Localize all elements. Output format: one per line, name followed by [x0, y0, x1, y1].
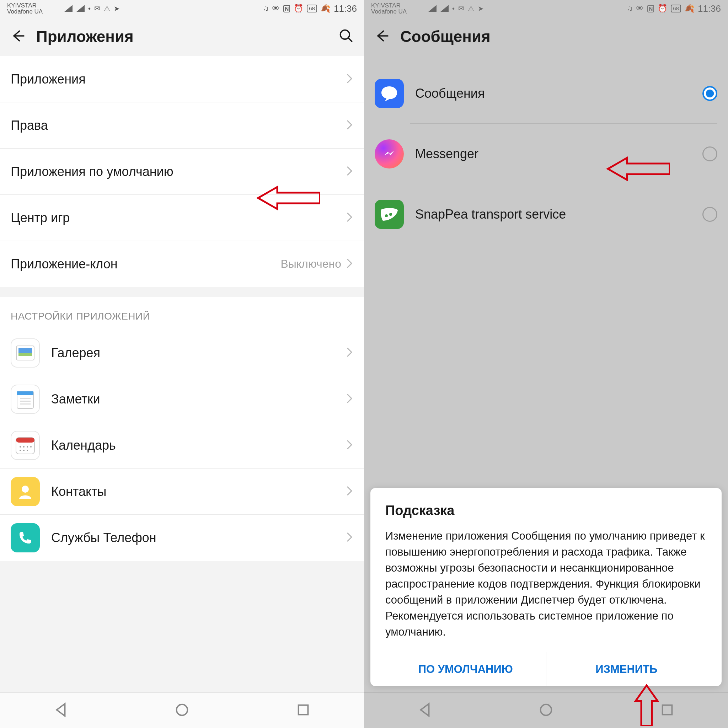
- alarm-icon: ⏰: [658, 4, 667, 13]
- nfc-icon: N: [283, 5, 290, 12]
- signal-icon: [64, 5, 72, 12]
- nav-bar: [0, 693, 364, 728]
- page-title: Приложения: [36, 28, 328, 46]
- header: Сообщения: [364, 17, 728, 56]
- page-title: Сообщения: [400, 28, 718, 46]
- row-phone-services[interactable]: Службы Телефон: [0, 515, 364, 561]
- nav-recent-icon[interactable]: [659, 702, 675, 719]
- row-apps[interactable]: Приложения: [0, 56, 364, 102]
- svg-point-13: [27, 446, 28, 448]
- headphones-icon: ♫: [263, 4, 269, 13]
- chevron-right-icon: [346, 347, 353, 359]
- calendar-icon: [11, 431, 40, 460]
- dots-icon: •: [88, 5, 91, 13]
- chevron-right-icon: [346, 258, 353, 270]
- svg-rect-24: [662, 705, 672, 714]
- status-bar: KYIVSTAR Vodafone UA • ✉ ⚠ ➤ ♫ 👁 N ⏰ 68 …: [0, 0, 364, 17]
- signal-icon: [428, 5, 436, 12]
- phone-icon: [11, 523, 40, 552]
- chevron-right-icon: [346, 393, 353, 405]
- option-messenger[interactable]: Messenger: [364, 124, 728, 184]
- nav-bar: [364, 693, 728, 728]
- row-default-apps[interactable]: Приложения по умолчанию: [0, 148, 364, 195]
- radio-selected-icon[interactable]: [702, 86, 717, 101]
- telegram-icon: ➤: [478, 4, 484, 13]
- status-time: 11:36: [698, 3, 721, 14]
- messages-app-icon: [375, 79, 404, 108]
- notes-icon: [11, 385, 40, 414]
- status-icons-left: • ✉ ⚠ ➤: [428, 4, 484, 13]
- battery-icon: 68: [671, 5, 681, 12]
- carrier-2: Vodafone UA: [7, 9, 43, 15]
- back-icon[interactable]: [10, 28, 26, 45]
- svg-rect-8: [20, 404, 31, 405]
- svg-point-12: [23, 446, 24, 448]
- chevron-right-icon: [346, 439, 353, 451]
- row-calendar[interactable]: Календарь: [0, 422, 364, 468]
- telegram-icon: ➤: [114, 4, 120, 13]
- svg-point-0: [341, 30, 350, 40]
- mail-icon: ✉: [458, 4, 464, 13]
- gallery-icon: [11, 338, 40, 367]
- carrier-2: Vodafone UA: [371, 9, 407, 15]
- svg-rect-20: [298, 705, 308, 714]
- svg-rect-6: [20, 398, 31, 399]
- screen-apps-settings: KYIVSTAR Vodafone UA • ✉ ⚠ ➤ ♫ 👁 N ⏰ 68 …: [0, 0, 364, 728]
- nav-recent-icon[interactable]: [295, 702, 311, 719]
- screen-messages-default: KYIVSTAR Vodafone UA • ✉ ⚠ ➤ ♫ 👁 N ⏰ 68 …: [364, 0, 728, 728]
- svg-point-23: [541, 704, 552, 715]
- carrier-1: KYIVSTAR: [7, 3, 43, 9]
- nav-back-icon[interactable]: [53, 702, 69, 719]
- chevron-right-icon: [346, 532, 353, 544]
- svg-rect-10: [16, 437, 35, 442]
- nav-home-icon[interactable]: [538, 702, 554, 719]
- chevron-right-icon: [346, 166, 353, 178]
- status-icons-left: • ✉ ⚠ ➤: [64, 4, 120, 13]
- nav-home-icon[interactable]: [174, 702, 190, 719]
- radio-unselected-icon[interactable]: [702, 147, 717, 161]
- leaf-icon: 🍂: [321, 4, 330, 13]
- back-icon[interactable]: [374, 28, 390, 45]
- chevron-right-icon: [346, 212, 353, 224]
- headphones-icon: ♫: [627, 4, 633, 13]
- row-contacts[interactable]: Контакты: [0, 468, 364, 515]
- row-notes[interactable]: Заметки: [0, 376, 364, 422]
- row-gallery[interactable]: Галерея: [0, 330, 364, 376]
- option-messages[interactable]: Сообщения: [364, 63, 728, 124]
- row-permissions[interactable]: Права: [0, 102, 364, 148]
- header: Приложения: [0, 17, 364, 56]
- search-icon[interactable]: [338, 28, 354, 45]
- contacts-icon: [11, 477, 40, 506]
- chevron-right-icon: [346, 73, 353, 85]
- dots-icon: •: [452, 5, 455, 13]
- warning-icon: ⚠: [468, 4, 474, 13]
- svg-point-16: [23, 450, 24, 451]
- dialog-default-button[interactable]: ПО УМОЛЧАНИЮ: [385, 652, 546, 686]
- nav-back-icon[interactable]: [417, 702, 433, 719]
- signal-icon: [440, 5, 449, 12]
- svg-point-18: [22, 486, 29, 492]
- dialog-title: Подсказка: [385, 503, 707, 518]
- status-bar: KYIVSTAR Vodafone UA • ✉ ⚠ ➤ ♫ 👁 N ⏰ 68 …: [364, 0, 728, 17]
- row-game-center[interactable]: Центр игр: [0, 195, 364, 241]
- row-app-clone[interactable]: Приложение-клон Выключено: [0, 241, 364, 287]
- eye-icon: 👁: [272, 4, 280, 13]
- svg-point-22: [389, 213, 392, 216]
- row-app-clone-value: Выключено: [280, 257, 341, 271]
- eye-icon: 👁: [636, 4, 644, 13]
- dialog-change-button[interactable]: ИЗМЕНИТЬ: [546, 652, 707, 686]
- section-gap: [0, 287, 364, 297]
- dialog-hint: Подсказка Изменение приложения Сообщения…: [370, 488, 722, 686]
- battery-icon: 68: [307, 5, 317, 12]
- dialog-body: Изменение приложения Сообщения по умолча…: [385, 528, 707, 640]
- svg-rect-7: [20, 401, 31, 402]
- option-snappea[interactable]: SnapPea transport service: [364, 184, 728, 245]
- section-header-app-settings: НАСТРОЙКИ ПРИЛОЖЕНИЙ: [0, 297, 364, 330]
- leaf-icon: 🍂: [685, 4, 694, 13]
- svg-point-11: [20, 446, 21, 448]
- signal-icon: [76, 5, 85, 12]
- svg-rect-5: [17, 392, 34, 395]
- svg-point-17: [27, 450, 28, 451]
- status-time: 11:36: [334, 3, 357, 14]
- radio-unselected-icon[interactable]: [702, 207, 717, 222]
